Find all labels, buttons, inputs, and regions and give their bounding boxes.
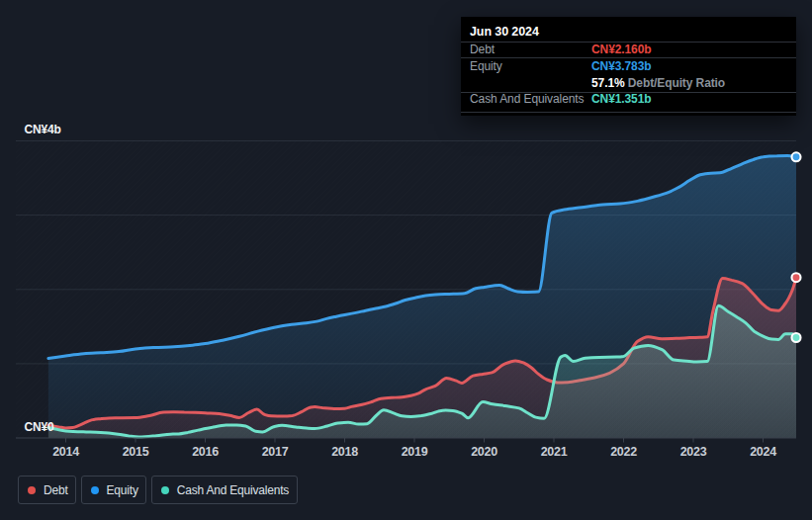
svg-text:2020: 2020 [471,445,497,459]
svg-text:2017: 2017 [262,445,289,459]
svg-text:CN¥0: CN¥0 [25,420,54,434]
svg-text:2016: 2016 [192,445,219,459]
svg-text:2018: 2018 [331,445,358,459]
svg-text:2019: 2019 [402,445,428,459]
svg-text:2015: 2015 [123,445,149,459]
svg-text:2021: 2021 [541,445,568,459]
svg-text:2022: 2022 [610,445,637,459]
svg-text:2024: 2024 [750,445,776,459]
svg-text:CN¥4b: CN¥4b [25,123,61,136]
svg-text:2023: 2023 [680,445,707,459]
svg-text:2014: 2014 [52,445,79,459]
